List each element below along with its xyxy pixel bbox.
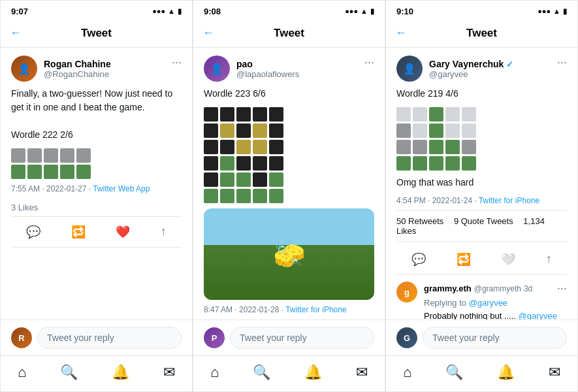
reply-avatar-grammy[interactable]: g (396, 282, 417, 302)
verified-badge-3: ✓ (506, 59, 513, 69)
search-icon-2[interactable]: 🔍 (245, 361, 278, 384)
status-bar-2: 9:08 ●●● ▲ ▮ (193, 1, 385, 19)
notifications-icon-2[interactable]: 🔔 (297, 361, 330, 384)
more-button-1[interactable]: ··· (172, 56, 182, 69)
more-button-2[interactable]: ··· (364, 56, 374, 69)
tweet-meta-3: 4:54 PM · 2022-01-24 · Twitter for iPhon… (396, 196, 567, 205)
user-handle-2: @lapaolaflowers (236, 69, 299, 79)
avatar-3[interactable]: 👤 (396, 56, 423, 82)
reply-content: grammy.eth @grammyeth 3d ··· Replying to… (424, 282, 567, 319)
home-icon-3[interactable]: ⌂ (395, 361, 419, 384)
wordle-row (11, 148, 182, 163)
reply-time: 3d (524, 284, 532, 293)
retweet-count[interactable]: 50 Retweets (396, 216, 443, 226)
messages-icon-1[interactable]: ✉ (155, 361, 183, 384)
wordle-grid-2 (204, 107, 374, 203)
like-button-1[interactable]: ❤️ (110, 222, 135, 242)
back-button-2[interactable]: ← (202, 26, 214, 40)
reply-input-3[interactable]: Tweet your reply (423, 327, 567, 349)
battery-icon-3: ▮ (563, 7, 567, 16)
wordle-cell (76, 148, 91, 163)
wifi-icon-3: ▲ (553, 7, 560, 15)
tweet-header-1: ← Tweet (1, 19, 192, 48)
reply-text: Probably nothing but ..... @garyvee has … (424, 310, 567, 319)
status-icons-3: ●●● ▲ ▮ (538, 7, 567, 16)
bottom-nav-2: ⌂ 🔍 🔔 ✉ (193, 355, 385, 391)
tweet-content-3: 👤 Gary Vaynerchuk ✓ @garyvee ··· Wordle … (386, 48, 577, 319)
messages-icon-2[interactable]: ✉ (348, 361, 376, 384)
header-title-1: Tweet (81, 27, 112, 40)
app-link-3[interactable]: Twitter for iPhone (479, 196, 539, 205)
share-button-3[interactable]: ↑ (541, 250, 557, 269)
tweet-image-2: 🧽 (204, 208, 374, 300)
avatar-2[interactable]: 👤 (204, 56, 230, 82)
like-button-3[interactable]: 🤍 (496, 250, 521, 269)
signal-icon: ●●● (152, 7, 165, 15)
tweet-meta-2: 8:47 AM · 2022-01-28 · Twitter for iPhon… (204, 305, 374, 314)
reply-more-button[interactable]: ··· (557, 282, 567, 295)
wordle-row (396, 123, 567, 138)
reply-input-2[interactable]: Tweet your reply (230, 327, 374, 349)
header-title-2: Tweet (274, 27, 304, 40)
status-icons-1: ●●● ▲ ▮ (152, 7, 182, 16)
tweet-user-row-1: 👤 Rogan Chahine @RoganChahine ··· (11, 56, 182, 82)
search-icon-1[interactable]: 🔍 (52, 361, 86, 384)
home-icon-2[interactable]: ⌂ (202, 361, 227, 384)
notifications-icon-3[interactable]: 🔔 (489, 361, 522, 384)
reply-handle: @grammyeth (474, 284, 521, 293)
tweet-meta-1: 7:55 AM · 2022-01-27 · Twitter Web App (11, 184, 182, 193)
tweet-text-1: Finally, a two-guesser! Now just need to… (11, 87, 182, 142)
mention-garyvee[interactable]: @garyvee (519, 311, 557, 319)
home-icon-1[interactable]: ⌂ (10, 361, 34, 384)
reply-name: grammy.eth (424, 284, 472, 293)
phone-panel-1: 9:07 ●●● ▲ ▮ ← Tweet 👤 Rogan Chahine @Ro… (0, 0, 193, 392)
retweet-button-1[interactable]: 🔁 (66, 222, 91, 242)
avatar-1[interactable]: 👤 (11, 56, 37, 82)
tweet-user-info-3: 👤 Gary Vaynerchuk ✓ @garyvee (396, 56, 513, 82)
signal-icon-2: ●●● (345, 7, 358, 15)
user-name-1: Rogan Chahine (44, 59, 111, 69)
wordle-row (204, 107, 374, 122)
reply-text-start: Probably nothing but ..... (424, 311, 519, 319)
search-icon-3[interactable]: 🔍 (438, 361, 471, 384)
likes-count-1: 3 Likes (11, 199, 182, 217)
header-title-3: Tweet (466, 27, 497, 40)
reply-section-2: P Tweet your reply (193, 319, 385, 355)
comment-button-3[interactable]: 💬 (406, 250, 431, 269)
wordle-row (396, 107, 567, 122)
reply-input-1[interactable]: Tweet your reply (37, 327, 182, 349)
bottom-nav-3: ⌂ 🔍 🔔 ✉ (386, 355, 577, 391)
wordle-cell (60, 165, 74, 179)
wordle-cell (60, 148, 74, 163)
status-bar-3: 9:10 ●●● ▲ ▮ (386, 1, 577, 19)
wordle-cell (44, 165, 58, 179)
reply-user-row: grammy.eth @grammyeth 3d ··· (424, 282, 567, 295)
comment-button-1[interactable]: 💬 (21, 222, 46, 242)
action-row-1: 💬 🔁 ❤️ ↑ (11, 217, 182, 248)
more-button-3[interactable]: ··· (557, 56, 567, 69)
wordle-cell (76, 165, 91, 179)
quote-tweet-count[interactable]: 9 Quote Tweets (454, 216, 513, 226)
back-button-3[interactable]: ← (395, 26, 407, 40)
spongebob-image: 🧽 (204, 208, 374, 300)
tweet-user-info-2: 👤 pao @lapaolaflowers (204, 56, 299, 82)
app-link-2[interactable]: Twitter for iPhone (285, 305, 346, 314)
back-button-1[interactable]: ← (10, 26, 22, 40)
reply-to-handle[interactable]: @garyvee (469, 298, 507, 308)
wordle-cell (27, 148, 42, 163)
notifications-icon-1[interactable]: 🔔 (104, 361, 137, 384)
messages-icon-3[interactable]: ✉ (541, 361, 568, 384)
status-bar-1: 9:07 ●●● ▲ ▮ (1, 1, 192, 19)
retweet-button-3[interactable]: 🔁 (451, 250, 476, 269)
status-time-1: 9:07 (11, 7, 28, 16)
tweet-user-info-1: 👤 Rogan Chahine @RoganChahine (11, 56, 111, 82)
tweet-user-row-3: 👤 Gary Vaynerchuk ✓ @garyvee ··· (396, 56, 567, 82)
wordle-cell (44, 148, 58, 163)
tweet-body-text-3: Omg that was hard (396, 176, 567, 189)
reply-tweet-item: g grammy.eth @grammyeth 3d ··· Replying … (396, 275, 567, 319)
battery-icon: ▮ (178, 7, 182, 16)
share-button-1[interactable]: ↑ (155, 222, 172, 242)
app-link-1[interactable]: Twitter Web App (93, 184, 150, 193)
tweet-content-1: 👤 Rogan Chahine @RoganChahine ··· Finall… (1, 48, 192, 319)
tweet-stats-3: 50 Retweets 9 Quote Tweets 1,134 Likes (396, 210, 567, 242)
